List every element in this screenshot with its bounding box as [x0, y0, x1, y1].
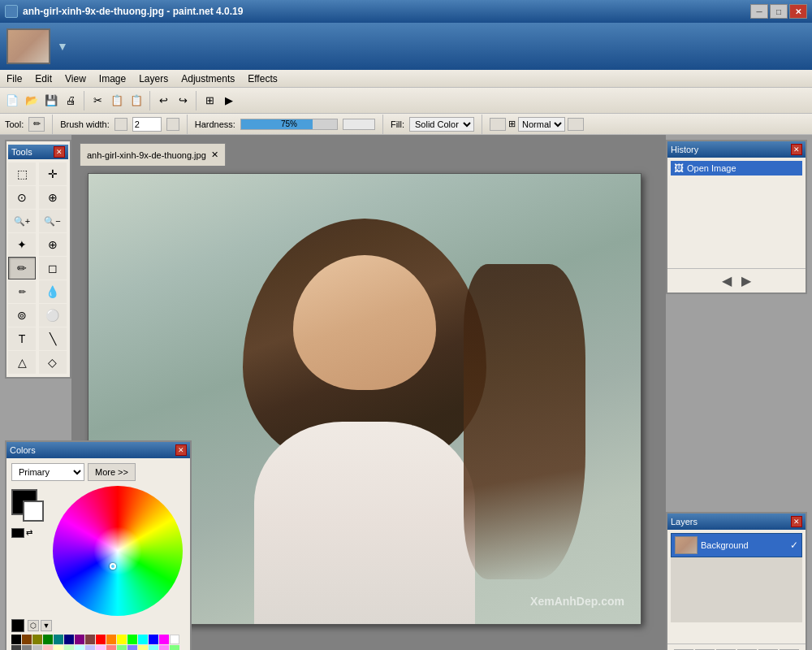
- minimize-button[interactable]: ─: [750, 4, 768, 19]
- palette-silver[interactable]: [32, 645, 42, 650]
- history-close-button[interactable]: ✕: [791, 144, 802, 155]
- tab-close-icon[interactable]: ✕: [211, 150, 218, 160]
- maximize-button[interactable]: □: [770, 4, 788, 19]
- redo-button[interactable]: ↪: [174, 92, 192, 110]
- palette-lightlime[interactable]: [117, 645, 127, 650]
- tool-zoom-out[interactable]: 🔍−: [39, 210, 67, 232]
- hardness-bar[interactable]: 75%: [240, 119, 338, 130]
- menu-layers[interactable]: Layers: [132, 72, 175, 86]
- undo-button[interactable]: ↩: [154, 92, 172, 110]
- tool-zoom-in[interactable]: 🔍+: [8, 210, 36, 232]
- ruler-button[interactable]: ▶: [220, 92, 238, 110]
- menu-edit[interactable]: Edit: [28, 72, 58, 86]
- tool-gradient[interactable]: ◇: [39, 351, 67, 374]
- grid-button[interactable]: ⊞: [201, 92, 218, 110]
- menu-image[interactable]: Image: [93, 72, 132, 86]
- palette-navy[interactable]: [64, 635, 74, 644]
- tool-color-picker[interactable]: 💧: [39, 280, 67, 303]
- tool-icon[interactable]: ✏: [28, 117, 45, 132]
- palette-orange[interactable]: [106, 635, 116, 644]
- tool-text[interactable]: T: [8, 327, 36, 350]
- palette-purple[interactable]: [75, 635, 84, 644]
- color-mode-toggle[interactable]: ⬡: [28, 620, 39, 631]
- menu-view[interactable]: View: [58, 72, 93, 86]
- tool-move-selected[interactable]: ⊕: [39, 233, 67, 256]
- palette-lemon[interactable]: [138, 645, 148, 650]
- fill-select[interactable]: Solid Color: [409, 117, 474, 132]
- close-button[interactable]: ✕: [789, 4, 807, 19]
- palette-brown[interactable]: [22, 635, 32, 644]
- brush-width-input[interactable]: [132, 117, 162, 132]
- palette-lightgreen[interactable]: [64, 645, 74, 650]
- open-button[interactable]: 📂: [23, 92, 41, 110]
- palette-lime[interactable]: [127, 635, 137, 644]
- print-button[interactable]: 🖨: [62, 92, 80, 110]
- new-button[interactable]: 📄: [3, 92, 21, 110]
- palette-salmon[interactable]: [106, 645, 116, 650]
- opacity-icon: [568, 118, 584, 131]
- tool-line[interactable]: ╲: [39, 327, 67, 350]
- history-item-open[interactable]: 🖼 Open Image: [671, 161, 802, 176]
- palette-olive[interactable]: [32, 635, 42, 644]
- tool-recolor[interactable]: ⚪: [39, 304, 67, 327]
- palette-yellow[interactable]: [117, 635, 127, 644]
- palette-green[interactable]: [43, 635, 53, 644]
- history-redo-button[interactable]: ▶: [740, 271, 753, 290]
- toolbar-sep-3: [196, 91, 197, 110]
- palette-magenta[interactable]: [159, 635, 169, 644]
- swap-colors-icon[interactable]: ⇄: [26, 528, 32, 538]
- thumbnail-arrow[interactable]: ▼: [57, 40, 68, 53]
- palette-gray[interactable]: [22, 645, 32, 650]
- palette-periwinkle[interactable]: [127, 645, 137, 650]
- palette-maroon[interactable]: [85, 635, 95, 644]
- tool-move-selection[interactable]: ✛: [39, 162, 67, 185]
- palette-lightmagenta[interactable]: [96, 645, 106, 650]
- paste-button[interactable]: 📋: [127, 92, 145, 110]
- menu-effects[interactable]: Effects: [241, 72, 283, 86]
- fill-label: Fill:: [391, 119, 404, 129]
- copy-button[interactable]: 📋: [108, 92, 126, 110]
- palette-lightyellow[interactable]: [54, 645, 63, 650]
- layer-background[interactable]: Background ✓: [671, 533, 802, 557]
- tool-move[interactable]: ⊕: [39, 186, 67, 209]
- tool-lasso[interactable]: ⊙: [8, 186, 36, 209]
- palette-aqua[interactable]: [149, 645, 158, 650]
- tool-eraser[interactable]: ◻: [39, 257, 67, 280]
- layer-visibility-icon[interactable]: ✓: [790, 540, 798, 551]
- tool-paintbrush[interactable]: ✏: [8, 257, 36, 280]
- tool-rectangle-select[interactable]: ⬚: [8, 162, 36, 185]
- palette-mint[interactable]: [170, 645, 179, 650]
- tool-clone-stamp[interactable]: ⊚: [8, 304, 36, 327]
- colors-close-button[interactable]: ✕: [175, 444, 187, 456]
- cut-button[interactable]: ✂: [89, 92, 106, 110]
- tool-magic-wand[interactable]: ✦: [8, 233, 36, 256]
- history-undo-button[interactable]: ◀: [720, 271, 733, 290]
- reset-primary-icon[interactable]: [11, 528, 24, 538]
- tools-panel-close[interactable]: ✕: [54, 146, 65, 158]
- palette-cyan[interactable]: [138, 635, 148, 644]
- palette-red[interactable]: [96, 635, 106, 644]
- tool-shapes[interactable]: △: [8, 351, 36, 374]
- layers-close-button[interactable]: ✕: [791, 516, 802, 527]
- palette-lightblue[interactable]: [85, 645, 95, 650]
- palette-black[interactable]: [11, 635, 21, 644]
- color-mode-select[interactable]: Primary Secondary: [11, 463, 84, 481]
- palette-darkgray[interactable]: [11, 645, 21, 650]
- palette-blue[interactable]: [149, 635, 158, 644]
- secondary-color-swatch[interactable]: [23, 500, 44, 522]
- color-wheel[interactable]: [53, 486, 183, 616]
- tool-pencil[interactable]: ✏: [8, 280, 36, 303]
- palette-orchid[interactable]: [159, 645, 169, 650]
- menu-file[interactable]: File: [0, 72, 28, 86]
- palette-teal[interactable]: [54, 635, 63, 644]
- more-button[interactable]: More >>: [88, 463, 136, 481]
- palette-pink[interactable]: [43, 645, 53, 650]
- menu-adjustments[interactable]: Adjustments: [175, 72, 241, 86]
- black-swatch[interactable]: [11, 619, 24, 632]
- transparency-toggle[interactable]: ▼: [41, 620, 52, 631]
- canvas-tab[interactable]: anh-girl-xinh-9x-de-thuong.jpg ✕: [80, 143, 226, 166]
- palette-white[interactable]: [170, 635, 179, 644]
- save-button[interactable]: 💾: [42, 92, 60, 110]
- blend-mode-select[interactable]: Normal: [518, 117, 565, 132]
- palette-lightcyan[interactable]: [75, 645, 84, 650]
